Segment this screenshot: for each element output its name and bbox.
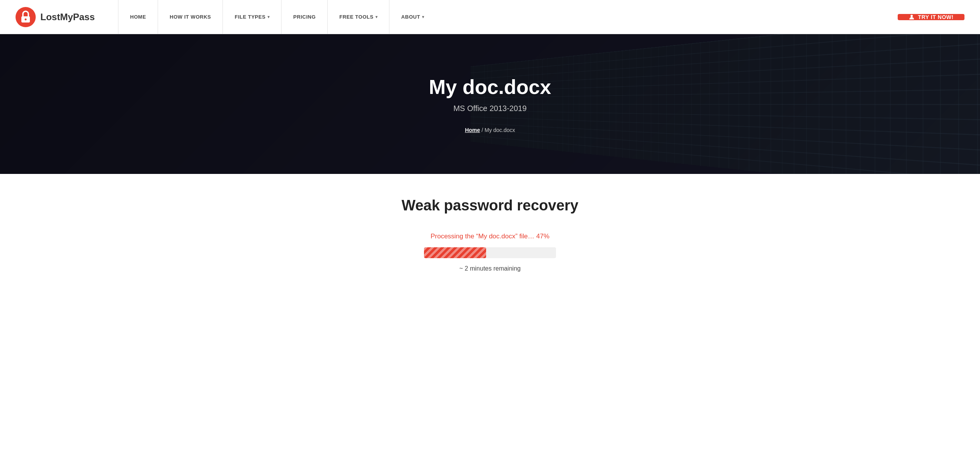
hero-section: My doc.docx MS Office 2013-2019 Home / M… [0, 34, 980, 174]
brand-name: LostMyPass [40, 12, 95, 23]
logo-icon [16, 7, 36, 27]
section-title: Weak password recovery [323, 197, 657, 214]
nav-item-how-it-works[interactable]: HOW IT WORKS [158, 0, 222, 34]
nav-item-file-types[interactable]: FILE TYPES [222, 0, 281, 34]
nav-item-pricing[interactable]: PRICING [281, 0, 327, 34]
nav-item-about[interactable]: ABOUT [389, 0, 436, 34]
navbar: LostMyPass HOME HOW IT WORKS FILE TYPES … [0, 0, 980, 34]
progress-bar-wrapper [424, 247, 556, 258]
hero-content: My doc.docx MS Office 2013-2019 Home / M… [429, 75, 551, 133]
logo-link[interactable]: LostMyPass [16, 7, 95, 27]
svg-point-2 [25, 18, 27, 20]
nav-links: HOME HOW IT WORKS FILE TYPES PRICING FRE… [118, 0, 890, 34]
main-content: Weak password recovery Processing the “M… [315, 174, 665, 303]
breadcrumb: Home / My doc.docx [429, 127, 551, 133]
breadcrumb-separator: / [481, 127, 485, 133]
breadcrumb-home-link[interactable]: Home [465, 127, 480, 133]
processing-label: Processing the “My doc.docx” file… 47% [323, 233, 657, 240]
try-it-now-button[interactable]: TRY IT NOW! [898, 14, 964, 20]
person-icon [909, 14, 915, 20]
time-remaining-label: ~ 2 minutes remaining [323, 265, 657, 272]
progress-bar-fill [424, 247, 486, 258]
processing-text-prefix: Processing the “My doc.docx” file… [431, 233, 536, 240]
hero-subtitle: MS Office 2013-2019 [429, 104, 551, 113]
nav-item-free-tools[interactable]: FREE TOOLS [327, 0, 389, 34]
nav-item-home[interactable]: HOME [118, 0, 158, 34]
hero-title: My doc.docx [429, 75, 551, 99]
processing-percent: 47% [536, 233, 549, 240]
svg-point-3 [910, 15, 913, 17]
breadcrumb-current: My doc.docx [485, 127, 515, 133]
